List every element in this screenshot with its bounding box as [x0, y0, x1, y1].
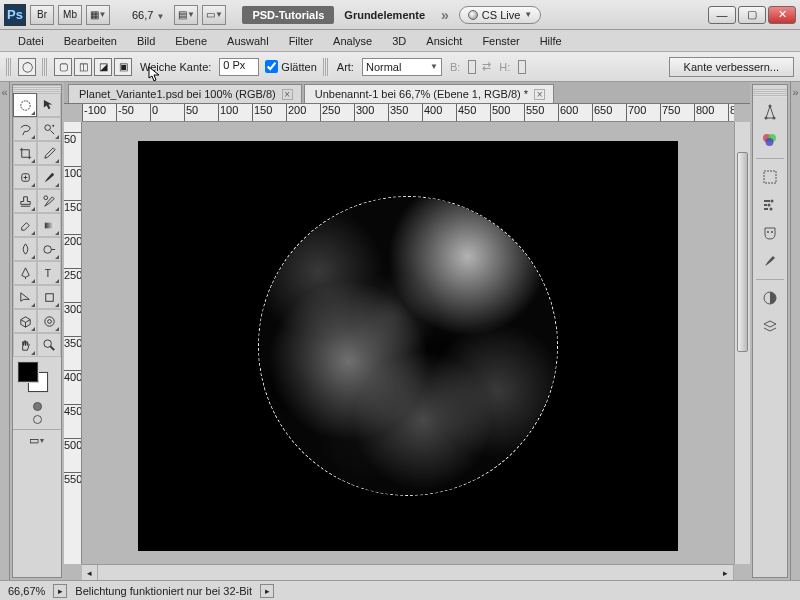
svg-point-22: [767, 231, 769, 233]
current-tool-preset[interactable]: ◯: [18, 58, 36, 76]
eyedropper-tool[interactable]: [37, 141, 61, 165]
document-tabs: Planet_Variante1.psd bei 100% (RGB/8)× U…: [64, 82, 750, 104]
blur-tool[interactable]: [13, 237, 37, 261]
path-select-tool[interactable]: [13, 285, 37, 309]
close-tab-icon[interactable]: ×: [534, 89, 545, 100]
zoom-level-display[interactable]: 66,7 ▼: [126, 9, 170, 21]
selection-intersect[interactable]: ▣: [114, 58, 132, 76]
lasso-tool[interactable]: [13, 117, 37, 141]
feather-input[interactable]: 0 Px: [219, 58, 259, 76]
status-play-icon[interactable]: ▸: [53, 584, 67, 598]
scroll-left-button[interactable]: ◂: [82, 565, 98, 580]
menu-3d[interactable]: 3D: [382, 33, 416, 49]
minibridge-button[interactable]: Mb: [58, 5, 82, 25]
screen-mode-tool[interactable]: ▭▼: [13, 429, 61, 451]
horizontal-ruler[interactable]: -100-50050100150200250300350400450500550…: [82, 104, 734, 122]
workspace-name[interactable]: Grundelemente: [338, 9, 431, 21]
pen-tool[interactable]: [13, 261, 37, 285]
adjustments-panel-icon[interactable]: [757, 99, 783, 125]
cslive-icon: [468, 10, 478, 20]
menu-ansicht[interactable]: Ansicht: [416, 33, 472, 49]
dodge-tool[interactable]: [37, 237, 61, 261]
menu-analyse[interactable]: Analyse: [323, 33, 382, 49]
arrange-docs-button[interactable]: ▤▼: [174, 5, 198, 25]
selection-mode-group: ▢ ◫ ◪ ▣: [54, 58, 132, 76]
elliptical-selection[interactable]: [258, 196, 558, 496]
svg-point-21: [770, 208, 773, 211]
3d-tool[interactable]: [13, 309, 37, 333]
svg-point-19: [771, 200, 774, 203]
menu-bild[interactable]: Bild: [127, 33, 165, 49]
window-maximize-button[interactable]: ▢: [738, 6, 766, 24]
feather-label: Weiche Kante:: [138, 61, 213, 73]
zoom-tool[interactable]: [37, 333, 61, 357]
vertical-ruler[interactable]: 50100150200250300350400450500550: [64, 122, 82, 564]
menu-ebene[interactable]: Ebene: [165, 33, 217, 49]
masks-panel-icon[interactable]: [757, 220, 783, 246]
screen-mode-button[interactable]: ▭▼: [202, 5, 226, 25]
svg-point-6: [43, 245, 51, 253]
window-close-button[interactable]: ✕: [768, 6, 796, 24]
window-minimize-button[interactable]: —: [708, 6, 736, 24]
quick-mask-toggle[interactable]: [13, 397, 61, 429]
shape-tool[interactable]: [37, 285, 61, 309]
hand-tool[interactable]: [13, 333, 37, 357]
canvas-viewport[interactable]: [82, 122, 734, 564]
refine-edge-button[interactable]: Kante verbessern...: [669, 57, 794, 77]
svg-point-20: [768, 204, 771, 207]
quick-select-tool[interactable]: [37, 117, 61, 141]
eraser-tool[interactable]: [13, 213, 37, 237]
style-select[interactable]: Normal▼: [362, 58, 442, 76]
left-dock-collapse[interactable]: «: [0, 82, 10, 580]
scroll-right-button[interactable]: ▸: [718, 565, 734, 580]
marquee-tool[interactable]: [13, 93, 37, 117]
workspace-more-icon[interactable]: »: [435, 7, 455, 23]
svg-point-9: [44, 316, 53, 325]
swatches-panel-icon[interactable]: [757, 164, 783, 190]
menu-filter[interactable]: Filter: [279, 33, 323, 49]
menu-fenster[interactable]: Fenster: [472, 33, 529, 49]
3d-camera-tool[interactable]: [37, 309, 61, 333]
brushes-panel-icon[interactable]: [757, 248, 783, 274]
close-tab-icon[interactable]: ×: [282, 89, 293, 100]
antialias-checkbox[interactable]: Glätten: [265, 60, 316, 73]
crop-tool[interactable]: [13, 141, 37, 165]
options-grip[interactable]: [6, 58, 12, 76]
move-tool[interactable]: [37, 93, 61, 117]
svg-rect-8: [45, 293, 53, 301]
foreground-color[interactable]: [18, 362, 38, 382]
document-tab[interactable]: Planet_Variante1.psd bei 100% (RGB/8)×: [68, 84, 302, 103]
view-extras-button[interactable]: ▦▼: [86, 5, 110, 25]
brush-tool[interactable]: [37, 165, 61, 189]
psd-tutorials-badge[interactable]: PSD-Tutorials: [242, 6, 334, 24]
layers-panel-icon[interactable]: [757, 313, 783, 339]
status-menu-icon[interactable]: ▸: [260, 584, 274, 598]
status-zoom[interactable]: 66,67%: [8, 585, 45, 597]
options-sep2: [323, 58, 329, 76]
stamp-tool[interactable]: [13, 189, 37, 213]
history-brush-tool[interactable]: [37, 189, 61, 213]
scrollbar-thumb[interactable]: [737, 152, 748, 352]
canvas[interactable]: [138, 141, 678, 551]
bridge-button[interactable]: Br: [30, 5, 54, 25]
menu-bearbeiten[interactable]: Bearbeiten: [54, 33, 127, 49]
selection-subtract[interactable]: ◪: [94, 58, 112, 76]
type-tool[interactable]: T: [37, 261, 61, 285]
selection-new[interactable]: ▢: [54, 58, 72, 76]
panel-grip[interactable]: [753, 89, 787, 97]
cslive-button[interactable]: CS Live▼: [459, 6, 541, 24]
adjustments2-panel-icon[interactable]: [757, 285, 783, 311]
gradient-tool[interactable]: [37, 213, 61, 237]
right-dock-collapse[interactable]: »: [790, 82, 800, 580]
menu-hilfe[interactable]: Hilfe: [530, 33, 572, 49]
document-tab[interactable]: Unbenannt-1 bei 66,7% (Ebene 1, RGB/8) *…: [304, 84, 554, 103]
tools-grip[interactable]: [13, 85, 61, 93]
menu-datei[interactable]: Datei: [8, 33, 54, 49]
styles-panel-icon[interactable]: [757, 192, 783, 218]
vertical-scrollbar[interactable]: [734, 122, 750, 564]
color-swatches[interactable]: [13, 357, 61, 397]
healing-tool[interactable]: [13, 165, 37, 189]
menu-auswahl[interactable]: Auswahl: [217, 33, 279, 49]
selection-add[interactable]: ◫: [74, 58, 92, 76]
color-panel-icon[interactable]: [757, 127, 783, 153]
